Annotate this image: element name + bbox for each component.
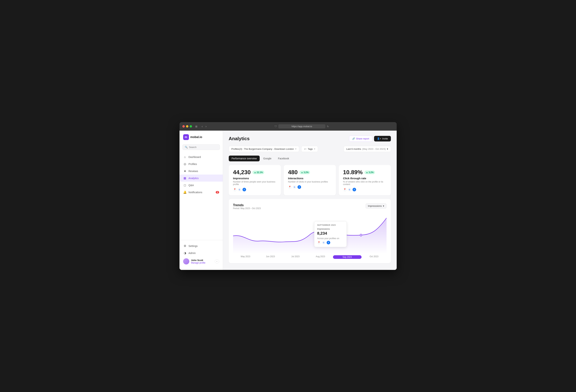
header-actions: 🔗 Share report 👤+ Invite xyxy=(349,136,391,142)
sidebar-item-dashboard[interactable]: ⌂ Dashboard xyxy=(179,154,223,161)
x-axis-labels: May 2023 Jun 2023 Jul 2023 Aug 2023 Sep … xyxy=(233,255,387,259)
reviews-icon: ★ xyxy=(183,169,187,173)
tab-google[interactable]: Google xyxy=(260,156,274,161)
tabs-row: Performance overview Google Facebook xyxy=(229,156,391,161)
facebook-icon-2: f xyxy=(297,185,301,189)
user-info: John Scott Manage profile xyxy=(191,259,213,264)
logo-area: m mobal.io xyxy=(179,134,223,144)
invite-label: Invite xyxy=(382,137,388,140)
profiles-filter-dropdown[interactable]: Profiles(3) : The Burgermans Company - D… xyxy=(229,146,299,152)
search-icon: 🔍 xyxy=(185,146,188,148)
tags-filter-dropdown[interactable]: 🏷 Tags ▾ xyxy=(301,146,318,152)
user-manage-profile[interactable]: Manage profile xyxy=(191,262,213,264)
interactions-value-row: 480 ▲ 3.2% xyxy=(288,169,332,176)
traffic-light-yellow[interactable] xyxy=(186,125,188,128)
google-logo-icon: G xyxy=(238,188,241,191)
url-bar[interactable]: https://app.mobal.io xyxy=(278,124,325,128)
chart-area: SEPTEMBER 2023 Impressions 8,234 Across … xyxy=(233,214,387,254)
google-logo-icon-2: G xyxy=(293,185,296,189)
ctr-badge-value: 3.2% xyxy=(369,171,374,174)
qa-icon: ◻ xyxy=(183,183,187,187)
traffic-light-red[interactable] xyxy=(182,125,185,128)
chart-highlight-dot xyxy=(360,234,362,236)
profiles-filter-chevron: ▾ xyxy=(295,148,296,150)
trends-chart xyxy=(233,214,387,254)
user-area[interactable]: John Scott Manage profile ‹ xyxy=(179,256,223,266)
sidebar-item-qa[interactable]: ◻ Q&A xyxy=(179,182,223,189)
trends-dropdown-chevron: ▾ xyxy=(383,205,384,207)
sidebar-item-settings[interactable]: ⚙ Settings xyxy=(179,242,223,250)
sidebar-item-label-profiles: Profiles xyxy=(189,163,197,166)
impressions-badge-value: 22.1% xyxy=(257,171,263,174)
tab-google-label: Google xyxy=(263,157,271,160)
tag-icon: 🏷 xyxy=(304,148,306,150)
sidebar-item-label-notifications: Notifications xyxy=(189,191,202,194)
tab-performance-label: Performance overview xyxy=(232,157,257,160)
sidebar-item-notifications[interactable]: 🔔 Notifications 2 xyxy=(179,189,223,196)
security-icon: 🛡 xyxy=(275,125,277,128)
share-report-button[interactable]: 🔗 Share report xyxy=(349,136,372,142)
sidebar-item-admin[interactable]: ◑ Admin xyxy=(179,250,223,256)
tooltip-google-maps-pin: 📍 xyxy=(317,241,321,244)
trends-title: Trends xyxy=(233,203,261,207)
sidebar-collapse-button[interactable]: ‹ xyxy=(215,259,219,264)
notifications-badge: 2 xyxy=(216,191,219,194)
sidebar-bottom: ⚙ Settings ◑ Admin John Scott Manage pro… xyxy=(179,240,223,266)
traffic-light-green[interactable] xyxy=(190,125,192,128)
back-button[interactable]: ‹ xyxy=(201,124,204,128)
search-box[interactable]: 🔍 xyxy=(182,144,220,150)
sidebar-item-profiles[interactable]: ◎ Profiles xyxy=(179,161,223,168)
sidebar-item-label-settings: Settings xyxy=(189,245,198,248)
main-content: Analytics 🔗 Share report 👤+ Invite Profi… xyxy=(223,131,397,270)
tooltip-month: SEPTEMBER 2023 xyxy=(317,224,344,226)
refresh-button[interactable]: ↻ xyxy=(327,125,329,128)
tab-facebook-label: Facebook xyxy=(278,157,289,160)
share-report-label: Share report xyxy=(356,137,369,140)
facebook-icon: f xyxy=(242,188,246,191)
invite-button[interactable]: 👤+ Invite xyxy=(374,136,391,141)
tab-facebook[interactable]: Facebook xyxy=(275,156,292,161)
settings-icon: ⚙ xyxy=(183,244,187,248)
sidebar: m mobal.io 🔍 ⌂ Dashboard ◎ Profiles ★ R xyxy=(179,131,223,270)
trends-metric-dropdown[interactable]: Impresssions ▾ xyxy=(366,203,387,209)
logo-text: mobal.io xyxy=(190,136,202,139)
google-maps-pin-icon-2: 📍 xyxy=(288,185,292,189)
interactions-desc: Number of clicks in your business profil… xyxy=(288,181,332,183)
sidebar-toggle-button[interactable]: ⊞ xyxy=(194,125,199,128)
sidebar-item-label-qa: Q&A xyxy=(189,184,194,187)
x-label-jul: Jul 2023 xyxy=(283,255,308,259)
forward-button[interactable]: › xyxy=(204,124,207,128)
ctr-platforms: 📍 G f xyxy=(343,188,387,191)
search-input[interactable] xyxy=(189,146,218,148)
invite-icon: 👤+ xyxy=(377,137,381,140)
page-header: Analytics 🔗 Share report 👤+ Invite xyxy=(229,136,391,142)
trends-title-area: Trends Period: May 2023 - Oct 2023 xyxy=(233,203,261,213)
trends-period: Period: May 2023 - Oct 2023 xyxy=(233,207,261,210)
impressions-card: 44,230 ▲ 22.1% Impressions Number of tim… xyxy=(229,165,281,195)
impressions-badge: ▲ 22.1% xyxy=(253,170,264,174)
facebook-icon-3: f xyxy=(352,188,356,191)
sidebar-item-analytics[interactable]: ▦ Analytics xyxy=(179,174,223,182)
date-range-filter[interactable]: Last 6 months (May 2023 - Oct 2023) ▾ xyxy=(344,146,391,152)
interactions-platforms: 📍 G f xyxy=(288,185,332,189)
trends-metric-label: Impresssions xyxy=(368,205,382,207)
interactions-name: Interactions xyxy=(288,177,332,180)
date-filter-container: Last 6 months (May 2023 - Oct 2023) ▾ xyxy=(344,146,391,152)
ctr-desc: % of viewers who click on the profile or… xyxy=(343,181,387,186)
page-title: Analytics xyxy=(229,136,250,141)
sidebar-item-reviews[interactable]: ★ Reviews xyxy=(179,168,223,174)
ctr-value: 10.89% xyxy=(343,169,363,176)
tab-performance-overview[interactable]: Performance overview xyxy=(229,156,260,161)
google-maps-pin-icon-3: 📍 xyxy=(343,188,347,191)
avatar xyxy=(183,258,189,264)
interactions-value: 480 xyxy=(288,169,298,176)
google-logo-icon-3: G xyxy=(348,188,351,191)
chart-fill xyxy=(233,218,387,254)
trends-header: Trends Period: May 2023 - Oct 2023 Impre… xyxy=(233,203,387,213)
ctr-badge-arrow: ▲ xyxy=(366,171,368,174)
ctr-card: 10.89% ▲ 3.2% Click through rate % of vi… xyxy=(339,165,391,195)
impressions-name: Impressions xyxy=(233,177,277,180)
profiles-filter-label: Profiles(3) : The Burgermans Company - D… xyxy=(231,148,294,150)
tags-filter-chevron: ▾ xyxy=(314,148,315,150)
interactions-badge: ▲ 3.2% xyxy=(299,170,310,174)
